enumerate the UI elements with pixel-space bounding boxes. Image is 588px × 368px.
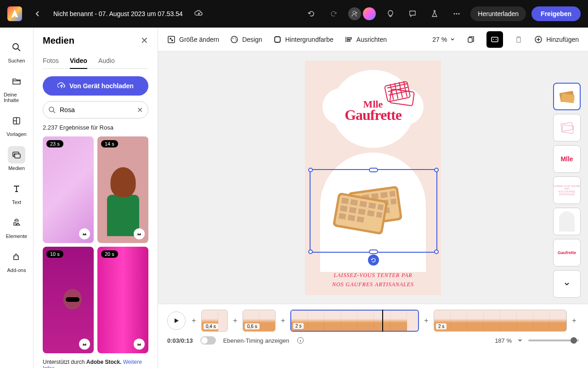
rail-templates[interactable]: Vorlagen — [0, 108, 33, 141]
redo-button[interactable] — [325, 6, 342, 22]
comments-button[interactable] — [404, 6, 421, 22]
ai-avatar[interactable] — [362, 6, 377, 21]
undo-button[interactable] — [303, 6, 320, 22]
upload-button[interactable]: Von Gerät hochladen — [43, 76, 148, 96]
media-tabs: Fotos Video Audio — [43, 53, 148, 69]
handle-tl[interactable] — [308, 168, 313, 172]
svg-rect-16 — [468, 38, 472, 42]
header-left: Nicht benannt - 07. August 2023 um 07.53… — [7, 6, 207, 22]
layer-timing-toggle[interactable] — [200, 336, 216, 345]
beta-button[interactable] — [426, 6, 443, 22]
left-rail: Suchen Deine Inhalte Vorlagen Medien Tex… — [0, 28, 34, 368]
page-thumb-3[interactable]: Mlle — [553, 145, 581, 173]
svg-rect-59 — [562, 125, 574, 133]
add-clip-button[interactable]: + — [570, 316, 579, 325]
premium-icon — [79, 339, 90, 350]
add-clip-button[interactable]: + — [422, 316, 431, 325]
invite-avatar[interactable] — [347, 6, 362, 21]
chevron-down-icon[interactable] — [517, 338, 523, 343]
info-icon[interactable] — [297, 337, 304, 344]
download-button[interactable]: Herunterladen — [470, 6, 526, 21]
svg-point-18 — [493, 39, 494, 40]
waffle-image — [327, 176, 419, 240]
add-clip-button[interactable]: + — [278, 316, 288, 325]
rail-media[interactable]: Medien — [0, 142, 33, 175]
delete-button[interactable] — [510, 31, 527, 48]
premium-icon — [79, 228, 90, 239]
resize-tool[interactable]: Größe ändern — [167, 35, 219, 44]
back-button[interactable] — [29, 6, 46, 22]
search-box: ✕ — [43, 101, 148, 119]
artboard[interactable]: Mlle Gaufrette LA — [305, 61, 441, 295]
rail-text[interactable]: Text — [0, 176, 33, 209]
main-area: Suchen Deine Inhalte Vorlagen Medien Tex… — [0, 28, 588, 368]
playhead[interactable]: ⌄ — [382, 310, 383, 332]
rail-addons[interactable]: Add-ons — [0, 244, 33, 277]
clips-container[interactable]: +0,4 s+0,6 s+2 s+2 s+⌄ — [189, 310, 579, 332]
timeline-clip[interactable]: 2 s — [434, 310, 567, 332]
avatar-group — [347, 6, 377, 21]
video-thumb-4[interactable]: 20 s — [97, 247, 148, 353]
timeline-clip[interactable]: 0,4 s — [201, 310, 228, 332]
slider-thumb[interactable] — [571, 337, 577, 344]
timeline-clip[interactable]: 0,6 s — [243, 310, 276, 332]
handle-tr[interactable] — [434, 168, 439, 172]
align-tool[interactable]: Ausrichten — [345, 35, 387, 44]
handle-bl[interactable] — [308, 249, 313, 254]
video-thumb-2[interactable]: 14 s — [97, 136, 148, 243]
page-thumb-5[interactable] — [553, 208, 581, 235]
app-header: Nicht benannt - 07. August 2023 um 07.53… — [0, 0, 588, 28]
document-title[interactable]: Nicht benannt - 07. August 2023 um 07.53… — [53, 10, 183, 17]
handle-br[interactable] — [434, 249, 439, 254]
expand-pages-button[interactable] — [553, 270, 581, 298]
scene-button[interactable] — [486, 31, 503, 48]
more-button[interactable] — [448, 6, 465, 22]
app-logo[interactable] — [7, 6, 22, 21]
waffle-photo[interactable] — [322, 171, 424, 244]
text-icon — [12, 184, 21, 193]
zoom-dropdown[interactable]: 27 % — [432, 36, 455, 43]
panel-title: Medien — [43, 35, 74, 46]
rail-search[interactable]: Suchen — [0, 35, 33, 67]
tab-photos[interactable]: Fotos — [43, 53, 59, 68]
play-button[interactable] — [167, 311, 186, 330]
layer-timing-label: Ebenen-Timing anzeigen — [223, 337, 289, 344]
svg-point-1 — [454, 13, 455, 15]
zoom-slider[interactable] — [528, 340, 579, 341]
add-button[interactable]: Hinzufügen — [534, 35, 579, 44]
video-thumb-1[interactable]: 23 s — [43, 136, 94, 243]
duplicate-button[interactable] — [463, 31, 479, 48]
rail-elements[interactable]: Elemente — [0, 210, 33, 243]
clear-search-button[interactable]: ✕ — [137, 106, 143, 114]
redo-icon — [329, 10, 338, 18]
search-input[interactable] — [43, 101, 148, 119]
page-thumb-1[interactable] — [553, 83, 581, 110]
bgcolor-tool[interactable]: Hintergrundfarbe — [273, 35, 334, 44]
svg-point-2 — [456, 13, 458, 15]
page-thumb-6[interactable]: Gaufrette — [553, 239, 581, 266]
video-thumb-3[interactable]: 10 s — [43, 247, 94, 353]
svg-rect-15 — [275, 37, 280, 42]
design-tool[interactable]: Design — [230, 35, 262, 44]
close-panel-button[interactable]: ✕ — [141, 35, 148, 46]
share-button[interactable]: Freigeben — [531, 6, 581, 21]
timeline-clip[interactable]: 2 s — [290, 310, 419, 332]
clip-duration: 2 s — [436, 323, 447, 329]
rail-your-content[interactable]: Deine Inhalte — [0, 69, 33, 107]
shapes-icon — [12, 218, 21, 227]
canvas-viewport[interactable]: Mlle Gaufrette LA — [158, 51, 588, 304]
timeline-track: +0,4 s+0,6 s+2 s+2 s+⌄ — [167, 310, 579, 332]
tab-video[interactable]: Video — [70, 53, 87, 69]
tab-audio[interactable]: Audio — [98, 53, 115, 68]
toolbar-right: 27 % Hinzufügen — [432, 31, 579, 48]
add-clip-button[interactable]: + — [231, 316, 240, 325]
tips-button[interactable] — [382, 6, 399, 22]
sync-button[interactable] — [190, 6, 207, 22]
page-thumb-4[interactable]: LAISSEZ VOUS TENTER PARNOS GAUFRES ARTIS… — [553, 176, 581, 204]
svg-point-3 — [458, 13, 460, 15]
time-display: 0:03/0:13 — [167, 337, 193, 344]
add-clip-button[interactable]: + — [189, 316, 198, 325]
page-thumb-2[interactable] — [553, 114, 581, 142]
lightbulb-icon — [386, 10, 395, 18]
gaufrette-text: Gaufrette — [345, 107, 401, 124]
